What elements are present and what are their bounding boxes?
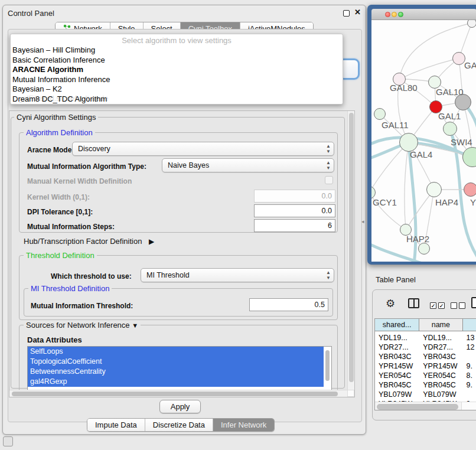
threshold-definition-title: Threshold Definition [24, 252, 97, 259]
table-cell: YDR27... [419, 343, 462, 352]
table-row[interactable]: YPR145W YPR145W 9. [375, 361, 476, 371]
network-view-window: GAL GAL80 GAL10 GAL1 GAL11 SWI4 GAL4 GCY… [367, 5, 476, 265]
manual-kernel-checkbox [325, 176, 333, 184]
table-hscroll-track[interactable] [375, 402, 461, 410]
settings-scrollpane: Cyni Algorithm Settings Algorithm Defini… [9, 110, 355, 397]
column-header[interactable]: shared... [375, 319, 419, 331]
combo-arrows-icon: ▲▼ [326, 160, 331, 171]
deselect-all-checkboxes-icon[interactable] [451, 300, 467, 311]
node-label: GAL80 [390, 83, 418, 93]
expanded-arrow-icon: ▼ [132, 322, 138, 329]
attribute-item[interactable]: gal4RGexp [28, 377, 324, 387]
dropdown-item-selected[interactable]: ARACNE Algorithm [11, 65, 343, 75]
table-row[interactable]: YBR043C YBR043C [375, 352, 476, 361]
control-panel-window: Control Panel ✕ Network Style Select Cyn… [2, 5, 366, 435]
hub-definition-toggle[interactable]: Hub/Transcription Factor Definition ▶ [24, 237, 154, 246]
aracne-mode-combo[interactable]: Discovery ▲▼ [72, 142, 334, 156]
network-node[interactable] [467, 20, 476, 28]
table-row[interactable]: YBR045C YBR045C 9. [375, 380, 476, 390]
combo-arrows-icon: ▲▼ [326, 270, 331, 281]
column-header[interactable] [463, 319, 476, 331]
mi-type-value: Naive Bayes [168, 161, 209, 169]
table-row[interactable]: YER054C YER054C 8. [375, 371, 476, 380]
table-row[interactable]: YDL19... YDL19... 13 [375, 333, 476, 343]
network-canvas[interactable]: GAL GAL80 GAL10 GAL1 GAL11 SWI4 GAL4 GCY… [371, 20, 476, 262]
hub-definition-label: Hub/Transcription Factor Definition [24, 237, 142, 246]
table-cell: YBR043C [375, 352, 419, 361]
apply-button[interactable]: Apply [159, 400, 201, 413]
tab-impute-data[interactable]: Impute Data [87, 419, 145, 431]
float-panel-icon[interactable] [343, 10, 350, 17]
settings-hscroll-thumb[interactable] [12, 392, 338, 396]
sources-group-title[interactable]: Sources for Network Inference ▼ [24, 321, 141, 330]
sources-group-label: Sources for Network Inference [26, 321, 130, 330]
table-cell: 9. [462, 361, 476, 371]
node-table: shared... name YDL19... YDL19... 13 YDR2… [374, 318, 476, 410]
attribute-item[interactable]: BetweennessCentrality [28, 367, 324, 377]
network-node[interactable] [418, 243, 430, 255]
table-cell: 8. [462, 371, 476, 380]
table-cell: YBR045C [419, 380, 462, 390]
dropdown-item[interactable]: Bayesian – K2 [11, 84, 343, 94]
table-row[interactable]: YBL079W YBL079W [375, 390, 476, 399]
network-node[interactable] [426, 182, 442, 197]
node-label: GAL4 [410, 149, 432, 159]
which-threshold-combo[interactable]: MI Threshold ▲▼ [141, 268, 334, 282]
table-cell: 13 [462, 333, 476, 343]
dropdown-item[interactable]: Mutual Information Inference [11, 75, 343, 85]
cyni-bottom-tabbar: Impute Data Discretize Data Infer Networ… [87, 418, 275, 432]
settings-vscroll-track[interactable] [347, 111, 354, 390]
minimized-panel-icon[interactable] [3, 436, 13, 446]
new-table-icon[interactable] [471, 297, 476, 308]
minimize-window-icon[interactable] [392, 12, 397, 17]
kernel-width-label: Kernel Width (0,1): [27, 193, 90, 201]
tab-impute-data-label: Impute Data [95, 420, 137, 429]
table-cell: YBR043C [419, 352, 462, 361]
table-hscroll-thumb[interactable] [377, 404, 458, 410]
zoom-window-icon[interactable] [398, 12, 403, 17]
tab-discretize-data[interactable]: Discretize Data [145, 419, 213, 431]
network-node[interactable] [374, 108, 386, 120]
data-attributes-label: Data Attributes [27, 335, 82, 344]
split-columns-icon[interactable] [408, 298, 419, 308]
tab-infer-network[interactable]: Infer Network [213, 419, 274, 431]
table-cell: YPR145W [419, 361, 462, 371]
close-panel-icon[interactable]: ✕ [354, 8, 361, 17]
aracne-mode-label: Aracne Mode: [27, 146, 74, 154]
dropdown-item[interactable]: Bayesian – Hill Climbing [11, 45, 343, 56]
dropdown-item[interactable]: Basic Correlation Inference [11, 56, 343, 66]
attribute-item[interactable]: TopologicalCoefficient [28, 357, 324, 367]
node-label: Y [470, 197, 476, 207]
which-threshold-value: MI Threshold [146, 271, 190, 279]
settings-vscroll-thumb[interactable] [349, 113, 354, 382]
table-cell: YER054C [375, 371, 419, 380]
close-window-icon[interactable] [385, 12, 390, 17]
mi-type-combo[interactable]: Naive Bayes ▲▼ [162, 158, 334, 172]
dpi-tolerance-field[interactable]: 0.0 [254, 204, 335, 217]
node-label: HAP4 [435, 197, 458, 207]
column-header[interactable]: name [419, 319, 462, 331]
network-node[interactable] [443, 122, 457, 136]
network-node[interactable] [464, 182, 476, 197]
table-cell: 9. [462, 380, 476, 390]
gear-icon[interactable]: ⚙ [386, 297, 395, 310]
mi-type-label: Mutual Information Algorithm Type: [27, 162, 146, 171]
kernel-width-field: 0.0 [254, 190, 335, 203]
list-vertical-scrollbar[interactable] [325, 350, 330, 381]
splitpane-collapse-handle[interactable]: ◂ [361, 219, 364, 224]
algorithm-definition-title: Algorithm Definition [24, 129, 95, 136]
network-node[interactable] [452, 52, 465, 65]
settings-hscroll-track[interactable] [9, 390, 347, 397]
select-all-checkboxes-icon[interactable]: ✓✓ [430, 300, 446, 311]
apply-button-label: Apply [171, 402, 190, 411]
data-attributes-list: SelfLoops TopologicalCoefficient Between… [27, 346, 332, 391]
attribute-item[interactable]: SelfLoops [28, 347, 324, 357]
mi-threshold-field[interactable]: 0.5 [249, 298, 328, 311]
collapsed-arrow-icon: ▶ [149, 237, 154, 246]
table-row[interactable]: YDR27... YDR27... 12 [375, 343, 476, 352]
node-label: SWI4 [451, 137, 472, 147]
mi-steps-field[interactable]: 6 [254, 219, 335, 232]
node-label: GAL10 [436, 87, 464, 97]
control-panel-title: Control Panel [8, 9, 54, 18]
network-window-titlebar[interactable] [371, 9, 476, 20]
